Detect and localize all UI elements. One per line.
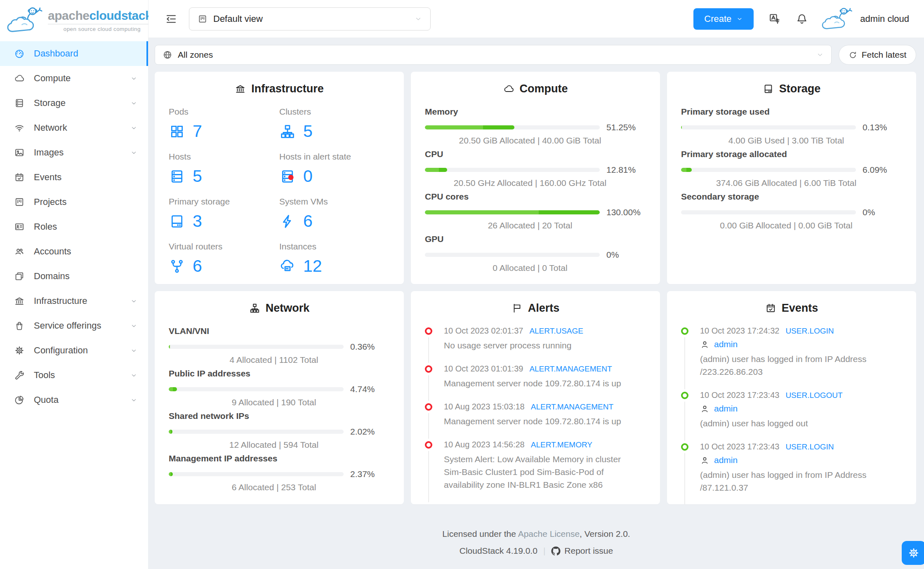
stat-value[interactable]: 5 — [169, 167, 279, 186]
stat-number: 7 — [193, 122, 202, 141]
chevron-down-icon — [736, 16, 743, 22]
event-type-link[interactable]: USER.LOGOUT — [785, 391, 842, 400]
stat-label: Hosts — [169, 152, 279, 162]
view-selector[interactable]: Default view — [189, 7, 431, 31]
sidebar-item-label: Accounts — [34, 246, 71, 257]
meter-memory: Memory 51.25% 20.50 GiB Allocated | 40.0… — [425, 107, 646, 146]
main-area: Default view Create admin cloud All zone… — [148, 0, 924, 569]
github-icon — [551, 546, 561, 556]
report-issue-link[interactable]: Report issue — [551, 546, 613, 556]
sidebar-item-service-offerings[interactable]: Service offerings — [0, 313, 148, 338]
progress-bar — [681, 125, 856, 129]
logo-divider — [48, 24, 156, 24]
event-type-link[interactable]: USER.LOGIN — [785, 327, 834, 335]
stat-value[interactable]: 3 — [169, 212, 279, 231]
event-time: 10 Oct 2023 17:23:43 — [700, 390, 779, 400]
cloud-icon — [503, 83, 514, 94]
stat-value[interactable]: 6 — [279, 212, 390, 231]
sidebar-item-roles[interactable]: Roles — [0, 214, 148, 239]
zone-selector[interactable]: All zones — [155, 45, 832, 65]
sidebar-item-label: Tools — [34, 370, 55, 381]
menu-fold-icon[interactable] — [165, 13, 177, 25]
user-avatar[interactable] — [820, 6, 855, 32]
sidebar: apachecloudstack™ open source cloud comp… — [0, 0, 148, 569]
sidebar-item-infrastructure[interactable]: Infrastructure — [0, 289, 148, 313]
stat-value[interactable]: 5 — [279, 122, 390, 141]
theme-settings-button[interactable] — [902, 541, 924, 565]
sidebar-item-projects[interactable]: Projects — [0, 190, 148, 214]
stat-value[interactable]: 7 — [169, 122, 279, 141]
sidebar-item-label: Network — [34, 122, 67, 133]
meter-caption: 12 Allocated | 594 Total — [169, 440, 390, 450]
event-type-link[interactable]: USER.LOGIN — [785, 442, 834, 451]
sidebar-item-label: Roles — [34, 221, 57, 232]
progress-bar-fill — [169, 472, 173, 476]
sidebar-item-events[interactable]: Events — [0, 165, 148, 190]
stat-number: 5 — [193, 167, 202, 186]
chevron-down-icon — [130, 75, 137, 82]
sidebar-item-compute[interactable]: Compute — [0, 66, 148, 91]
translation-icon[interactable] — [768, 13, 781, 25]
alert-type-link[interactable]: ALERT.USAGE — [529, 327, 583, 335]
alert-text: Management server node 109.72.80.174 is … — [444, 415, 641, 428]
sidebar-item-quota[interactable]: Quota — [0, 388, 148, 412]
sidebar-item-tools[interactable]: Tools — [0, 363, 148, 388]
notification-bell-icon[interactable] — [796, 13, 808, 25]
progress-percent: 2.02% — [350, 427, 390, 437]
sidebar-item-dashboard[interactable]: Dashboard — [0, 41, 148, 66]
event-user-link[interactable]: admin — [714, 339, 738, 349]
stat-virtual-routers: Virtual routers 6 — [169, 242, 279, 276]
version-label: CloudStack 4.19.0.0 — [460, 546, 537, 556]
sidebar-item-accounts[interactable]: Accounts — [0, 239, 148, 264]
meter-gpu: GPU 0% 0 Allocated | 0 Total — [425, 234, 646, 273]
event-user-link[interactable]: admin — [714, 455, 738, 465]
fetch-latest-button[interactable]: Fetch latest — [839, 45, 916, 65]
calendar-check-icon — [765, 303, 776, 314]
sidebar-item-images[interactable]: Images — [0, 140, 148, 165]
progress-percent: 0.13% — [863, 122, 902, 132]
alert-type-link[interactable]: ALERT.MANAGEMENT — [531, 504, 613, 504]
view-selector-value: Default view — [213, 14, 263, 24]
sidebar-item-configuration[interactable]: Configuration — [0, 338, 148, 363]
stat-value[interactable]: 12 — [279, 256, 390, 276]
event-timeline-dot — [681, 443, 688, 451]
progress-percent: 0% — [863, 207, 902, 217]
alert-timeline-dot — [425, 327, 432, 335]
alert-timeline-dot — [425, 441, 432, 449]
network-card: Network VLAN/VNI 0.36% 4 Allocated | 110… — [155, 291, 404, 504]
sidebar-item-storage[interactable]: Storage — [0, 91, 148, 115]
stat-value[interactable]: 0 — [279, 167, 390, 186]
flag-icon — [512, 303, 523, 314]
zone-filter-row: All zones Fetch latest — [155, 45, 916, 65]
sidebar-item-icon — [14, 221, 25, 232]
progress-bar — [681, 168, 856, 172]
user-icon — [700, 456, 710, 465]
gear-icon — [908, 547, 920, 559]
sidebar-item-domains[interactable]: Domains — [0, 264, 148, 289]
alert-type-link[interactable]: ALERT.MEMORY — [531, 440, 592, 449]
chevron-down-icon — [130, 100, 137, 107]
apache-license-link[interactable]: Apache License — [518, 529, 580, 538]
user-icon — [700, 404, 710, 414]
meter-caption: 4 Allocated | 1102 Total — [169, 355, 390, 365]
brand-logo[interactable]: apachecloudstack™ open source cloud comp… — [0, 0, 148, 38]
event-text: (admin) user has logged out — [700, 417, 897, 430]
sidebar-item-network[interactable]: Network — [0, 115, 148, 140]
event-time: 10 Oct 2023 17:23:43 — [700, 442, 779, 451]
alert-type-link[interactable]: ALERT.MANAGEMENT — [529, 364, 612, 373]
alert-type-link[interactable]: ALERT.MANAGEMENT — [531, 402, 613, 411]
meter-label: VLAN/VNI — [169, 326, 390, 336]
sidebar-item-icon — [14, 147, 25, 158]
progress-percent: 12.81% — [606, 165, 646, 175]
event-user-link[interactable]: admin — [714, 404, 738, 414]
create-button[interactable]: Create — [693, 8, 754, 30]
globe-icon — [163, 50, 172, 60]
user-name[interactable]: admin cloud — [860, 14, 909, 24]
stat-number: 3 — [193, 212, 202, 231]
stat-number: 0 — [303, 167, 313, 186]
event-item-user-logout: 10 Oct 2023 17:23:43USER.LOGOUT admin (a… — [681, 390, 902, 430]
sidebar-item-label: Domains — [34, 271, 70, 282]
alert-timeline-dot — [425, 365, 432, 373]
stat-value[interactable]: 6 — [169, 256, 279, 276]
fetch-latest-label: Fetch latest — [862, 50, 907, 60]
